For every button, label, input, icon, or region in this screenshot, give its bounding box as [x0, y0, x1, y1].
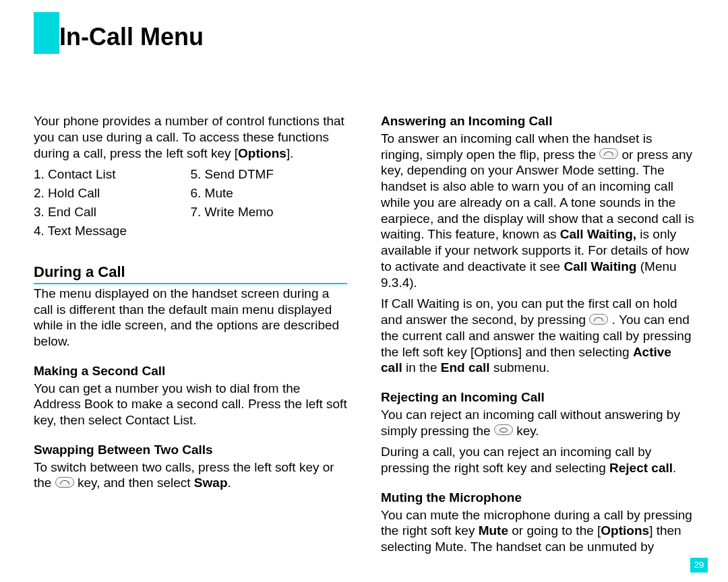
- rejecting-incoming-text1: You can reject an incoming call without …: [381, 407, 694, 439]
- swap-bold: Swap: [194, 476, 228, 490]
- end-key-icon: [494, 424, 513, 435]
- right-column: Answering an Incoming Call To answer an …: [381, 113, 694, 560]
- manual-page: In-Call Menu Your phone provides a numbe…: [0, 0, 728, 582]
- option-item: 5. Send DTMF: [191, 166, 348, 183]
- end-call-bold: End call: [441, 360, 490, 375]
- call-waiting-bold2: Call Waiting: [564, 259, 636, 273]
- intro-text-pre: Your phone provides a number of control …: [34, 114, 344, 160]
- swapping-calls-heading: Swapping Between Two Calls: [34, 442, 347, 458]
- during-a-call-text: The menu displayed on the handset screen…: [34, 286, 347, 350]
- options-left-col: 1. Contact List 2. Hold Call 3. End Call…: [34, 166, 191, 238]
- reject1-post: key.: [513, 424, 539, 438]
- page-title: In-Call Menu: [59, 22, 204, 52]
- options-list: 1. Contact List 2. Hold Call 3. End Call…: [34, 166, 347, 238]
- answering-incoming-text: To answer an incoming call when the hand…: [381, 131, 694, 291]
- muting-microphone-heading: Muting the Microphone: [381, 490, 694, 506]
- answer2-submenu: submenu.: [490, 360, 550, 375]
- reject-call-bold: Reject call: [609, 461, 673, 475]
- option-item: 2. Hold Call: [34, 185, 191, 201]
- send-key-icon: [589, 314, 608, 325]
- option-item: 7. Write Memo: [191, 204, 348, 220]
- rejecting-incoming-text2: During a call, you can reject an incomin…: [381, 444, 694, 476]
- muting-microphone-text: You can mute the microphone during a cal…: [381, 507, 694, 555]
- mute-bold2: Options: [601, 523, 649, 538]
- send-key-icon: [599, 148, 618, 159]
- swap-text-post: .: [227, 476, 231, 490]
- swapping-calls-text: To switch between two calls, press the l…: [34, 459, 347, 492]
- answering-incoming-heading: Answering an Incoming Call: [381, 113, 694, 129]
- call-waiting-bold: Call Waiting,: [560, 227, 636, 241]
- mute-mid: or going to the [: [508, 523, 601, 538]
- options-right-col: 5. Send DTMF 6. Mute 7. Write Memo: [191, 166, 348, 238]
- option-item: 1. Contact List: [34, 166, 191, 183]
- rejecting-incoming-heading: Rejecting an Incoming Call: [381, 389, 694, 406]
- send-key-icon: [55, 477, 74, 488]
- content-columns: Your phone provides a number of control …: [34, 113, 694, 560]
- title-accent-block: [34, 12, 59, 54]
- making-second-call-heading: Making a Second Call: [34, 363, 347, 379]
- left-column: Your phone provides a number of control …: [34, 113, 347, 560]
- mute-bold1: Mute: [479, 523, 508, 538]
- making-second-call-text: You can get a number you wish to dial fr…: [34, 381, 347, 428]
- option-item: 6. Mute: [191, 185, 348, 201]
- answer2-in: in the: [402, 360, 441, 375]
- intro-paragraph: Your phone provides a number of control …: [34, 113, 347, 161]
- intro-options-bold: Options: [238, 146, 286, 160]
- swap-text-mid: key, and then select: [74, 476, 194, 490]
- reject2-post: .: [673, 461, 676, 475]
- answering-incoming-text2: If Call Waiting is on, you can put the f…: [381, 296, 694, 376]
- intro-text-post: ].: [286, 146, 294, 160]
- during-a-call-heading: During a Call: [34, 263, 347, 284]
- page-number-badge: 29: [690, 558, 708, 573]
- option-item: 4. Text Message: [34, 223, 191, 239]
- option-item: 3. End Call: [34, 204, 191, 220]
